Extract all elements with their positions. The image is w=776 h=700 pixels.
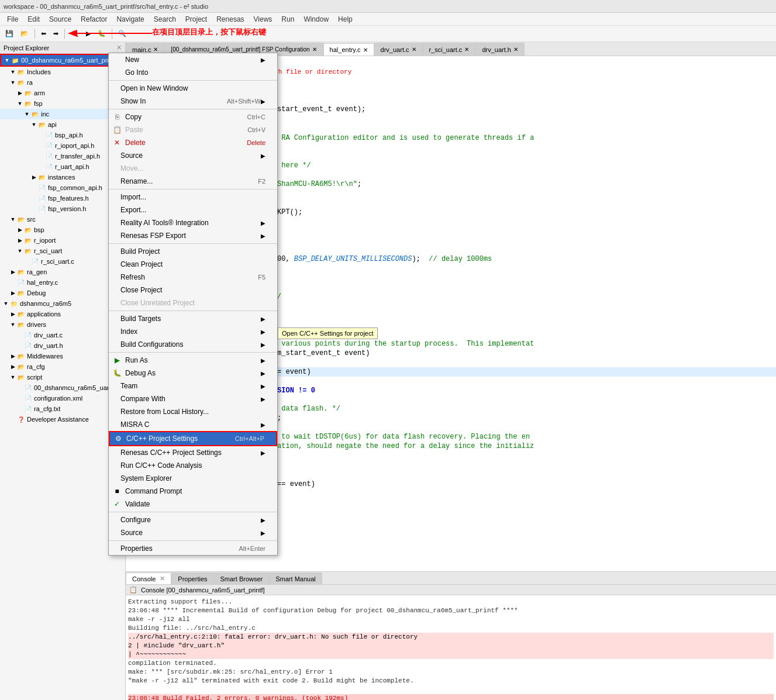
- ctx-misra-c[interactable]: MISRA C ▶: [109, 418, 277, 431]
- toolbar-btn-4[interactable]: ➡: [50, 28, 61, 39]
- tree-hal-entry-c[interactable]: 📄 hal_entry.c: [0, 277, 125, 288]
- ctx-restore-local[interactable]: Restore from Local History...: [109, 405, 277, 418]
- tree-ra-cfg[interactable]: ▶ 📂 ra_cfg: [0, 361, 125, 372]
- tree-project-root[interactable]: ▼ 📁 00_dshanmcu_ra6m5_uart_pri...: [0, 54, 125, 67]
- tree-ra[interactable]: ▼ 📂 ra: [0, 77, 125, 88]
- ctx-renesas-cpp[interactable]: Renesas C/C++ Project Settings ▶: [109, 446, 277, 459]
- tree-instances[interactable]: ▶ 📂 instances: [0, 172, 125, 182]
- tree-r-transfer-api-h[interactable]: 📄 r_transfer_api.h: [0, 151, 125, 161]
- tree-drivers[interactable]: ▼ 📂 drivers: [0, 319, 125, 330]
- tree-bsp[interactable]: ▶ 📂 bsp: [0, 225, 125, 235]
- tree-src[interactable]: ▼ 📂 src: [0, 214, 125, 225]
- tree-r-ioport-api-h[interactable]: 📄 r_ioport_api.h: [0, 140, 125, 151]
- ctx-system-explorer[interactable]: System Explorer: [109, 472, 277, 485]
- ctx-properties[interactable]: Properties Alt+Enter: [109, 542, 277, 555]
- ctx-export[interactable]: Export...: [109, 204, 277, 216]
- ctx-show-in[interactable]: Show In Alt+Shift+W ▶: [109, 95, 277, 108]
- console-tab-close[interactable]: ✕: [160, 575, 165, 582]
- ctx-renesas-fsp[interactable]: Renesas FSP Export ▶: [109, 229, 277, 242]
- sidebar-close-btn[interactable]: ✕: [116, 44, 122, 51]
- ctx-compare-with[interactable]: Compare With ▶: [109, 392, 277, 405]
- menu-views[interactable]: Views: [249, 14, 277, 25]
- tree-config-xml[interactable]: 📄 configuration.xml: [0, 393, 125, 404]
- ctx-team[interactable]: Team ▶: [109, 380, 277, 392]
- menu-search[interactable]: Search: [149, 14, 181, 25]
- ctx-reality-ai[interactable]: Reality AI Tools® Integration ▶: [109, 216, 277, 229]
- tree-drv-uart-c[interactable]: 📄 drv_uart.c: [0, 330, 125, 340]
- tree-includes[interactable]: ▼ 📂 Includes: [0, 67, 125, 77]
- tab-main-c-close[interactable]: ✕: [153, 46, 158, 53]
- ctx-validate[interactable]: ✓ Validate: [109, 498, 277, 511]
- tree-developer-assistance[interactable]: ❓ Developer Assistance: [0, 414, 125, 425]
- tree-bsp-api-h[interactable]: 📄 bsp_api.h: [0, 130, 125, 140]
- tab-hal-entry-close[interactable]: ✕: [363, 47, 368, 53]
- toolbar-btn-2[interactable]: 📂: [18, 28, 32, 39]
- tree-r-ioport[interactable]: ▶ 📂 r_ioport: [0, 235, 125, 246]
- console-tab-properties[interactable]: Properties: [171, 573, 213, 584]
- ctx-refresh[interactable]: Refresh F5: [109, 271, 277, 284]
- tree-project2-root[interactable]: ▼ 📁 dshanmcu_ra6m5: [0, 298, 125, 309]
- ctx-source[interactable]: Source ▶: [109, 149, 277, 162]
- tree-applications[interactable]: ▶ 📂 applications: [0, 309, 125, 319]
- tab-r-sci-uart-c[interactable]: r_sci_uart.c ✕: [423, 43, 476, 56]
- tree-mk-file[interactable]: 📄 00_dshanmcu_ra6m5_uart_pri...: [0, 382, 125, 393]
- tree-api[interactable]: ▼ 📂 api: [0, 119, 125, 130]
- ctx-run-analysis[interactable]: Run C/C++ Code Analysis: [109, 459, 277, 472]
- toolbar-btn-6[interactable]: ▶: [83, 28, 94, 39]
- menu-navigate[interactable]: Navigate: [112, 14, 149, 25]
- tab-fsp-close[interactable]: ✕: [312, 46, 317, 53]
- tree-script[interactable]: ▼ 📂 script: [0, 372, 125, 382]
- ctx-copy[interactable]: ⎘ Copy Ctrl+C: [109, 111, 277, 123]
- ctx-delete[interactable]: ✕ Delete Delete: [109, 136, 277, 149]
- tree-fsp[interactable]: ▼ 📂 fsp: [0, 98, 125, 109]
- ctx-debug-as[interactable]: 🐛 Debug As ▶: [109, 367, 277, 380]
- tab-hal-entry[interactable]: hal_entry.c ✕: [323, 43, 374, 56]
- ctx-rename[interactable]: Rename... F2: [109, 175, 277, 188]
- console-output[interactable]: Extracting support files... 23:06:48 ***…: [126, 595, 776, 700]
- ctx-build-configs[interactable]: Build Configurations ▶: [109, 338, 277, 351]
- menu-project[interactable]: Project: [181, 14, 212, 25]
- tab-drv-uart-h-close[interactable]: ✕: [513, 46, 518, 53]
- console-tab-smart-manual[interactable]: Smart Manual: [269, 573, 322, 584]
- tree-fsp-version-h[interactable]: 📄 fsp_version.h: [0, 204, 125, 214]
- menu-run[interactable]: Run: [277, 14, 299, 25]
- ctx-import[interactable]: Import...: [109, 191, 277, 204]
- tree-r-uart-api-h[interactable]: 📄 r_uart_api.h: [0, 161, 125, 172]
- menu-source[interactable]: Source: [44, 14, 76, 25]
- ctx-build-project[interactable]: Build Project: [109, 245, 277, 258]
- menu-file[interactable]: File: [2, 14, 23, 25]
- tab-drv-uart-h[interactable]: drv_uart.h ✕: [475, 43, 525, 56]
- tree-middlewares[interactable]: ▶ 📂 Middlewares: [0, 351, 125, 361]
- tree-r-sci-uart-c[interactable]: 📄 r_sci_uart.c: [0, 256, 125, 267]
- tab-r-sci-uart-c-close[interactable]: ✕: [464, 46, 469, 53]
- ctx-clean-project[interactable]: Clean Project: [109, 258, 277, 271]
- ctx-cmd-prompt[interactable]: ■ Command Prompt: [109, 485, 277, 498]
- tab-drv-uart-c[interactable]: drv_uart.c ✕: [374, 43, 423, 56]
- toolbar-btn-5[interactable]: 🔨: [68, 28, 82, 39]
- ctx-index[interactable]: Index ▶: [109, 325, 277, 338]
- tab-drv-uart-c-close[interactable]: ✕: [412, 46, 416, 53]
- tree-r-sci-uart[interactable]: ▼ 📂 r_sci_uart: [0, 246, 125, 256]
- menu-window[interactable]: Window: [299, 14, 333, 25]
- toolbar-btn-3[interactable]: ⬅: [38, 28, 49, 39]
- console-tab-console[interactable]: Console ✕: [126, 573, 171, 584]
- toolbar-btn-1[interactable]: 💾: [2, 28, 16, 39]
- menu-help[interactable]: Help: [333, 14, 357, 25]
- menu-renesas[interactable]: Renesas: [212, 14, 249, 25]
- tree-fsp-features-h[interactable]: 📄 fsp_features.h: [0, 193, 125, 204]
- ctx-source2[interactable]: Source ▶: [109, 526, 277, 539]
- tree-drv-uart-h[interactable]: 📄 drv_uart.h: [0, 340, 125, 351]
- ctx-new[interactable]: New ▶: [109, 53, 277, 66]
- tree-arm[interactable]: ▶ 📂 arm: [0, 88, 125, 98]
- ctx-configure[interactable]: Configure ▶: [109, 513, 277, 526]
- tree-fsp-common-api-h[interactable]: 📄 fsp_common_api.h: [0, 182, 125, 193]
- menu-edit[interactable]: Edit: [23, 14, 44, 25]
- toolbar-btn-7[interactable]: 🐛: [95, 28, 109, 39]
- tree-inc[interactable]: ▼ 📂 inc: [0, 109, 125, 119]
- console-tab-smart-browser[interactable]: Smart Browser: [214, 573, 270, 584]
- ctx-close-project[interactable]: Close Project: [109, 284, 277, 296]
- ctx-open-new-window[interactable]: Open in New Window: [109, 82, 277, 95]
- ctx-build-targets[interactable]: Build Targets ▶: [109, 312, 277, 325]
- ctx-run-as[interactable]: ▶ Run As ▶: [109, 354, 277, 367]
- tree-ra-cfg-txt[interactable]: 📄 ra_cfg.txt: [0, 404, 125, 414]
